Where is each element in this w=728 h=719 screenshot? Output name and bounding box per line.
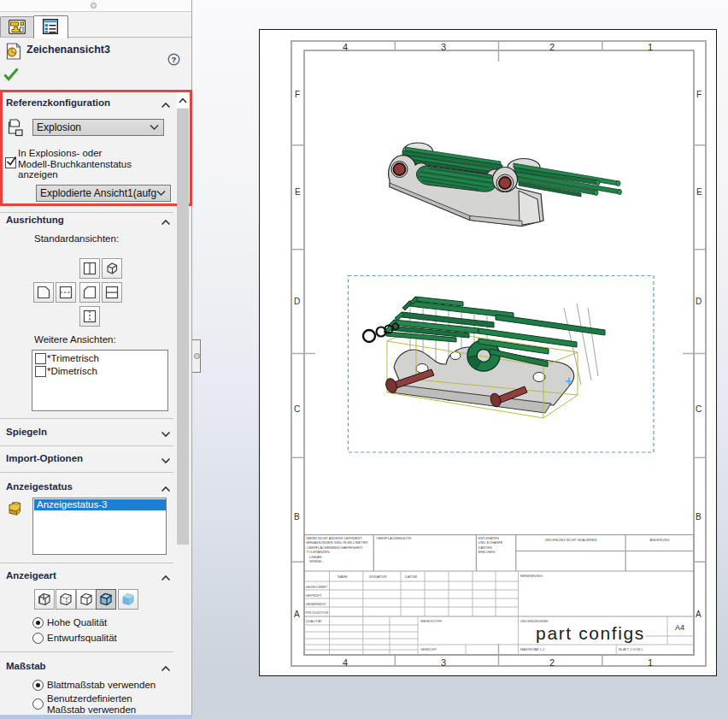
svg-text:LINEAR:: LINEAR: — [309, 555, 323, 559]
svg-text:A: A — [696, 610, 702, 619]
svg-text:A4: A4 — [675, 623, 684, 632]
svg-text:?: ? — [172, 55, 177, 64]
svg-text:C: C — [294, 404, 300, 414]
svg-text:B: B — [294, 512, 300, 522]
svg-text:A: A — [294, 610, 300, 619]
svg-text:WENN NICHT ANDERS DEFINIERT:: WENN NICHT ANDERS DEFINIERT: — [307, 536, 363, 540]
svg-text:D: D — [294, 297, 300, 306]
svg-text:3: 3 — [441, 42, 446, 52]
svg-text:DATUM: DATUM — [405, 575, 417, 579]
svg-text:1: 1 — [648, 657, 653, 668]
svg-text:BENENNUNG:: BENENNUNG: — [520, 574, 543, 578]
svg-text:TOLERANZEN:: TOLERANZEN: — [307, 550, 331, 554]
svg-text:E: E — [696, 187, 702, 197]
svg-text:GEWICHT:: GEWICHT: — [420, 647, 437, 651]
svg-text:QUALITÄT: QUALITÄT — [306, 619, 323, 623]
svg-text:NAME: NAME — [338, 575, 348, 579]
svg-text:ZEICHNUNG NICHT SKALIEREN: ZEICHNUNG NICHT SKALIEREN — [545, 538, 597, 542]
svg-text:ÄNDERUNG: ÄNDERUNG — [650, 538, 670, 542]
svg-text:UND SCHARFE: UND SCHARFE — [478, 540, 503, 545]
svg-text:BRECHEN: BRECHEN — [478, 550, 496, 554]
svg-text:D: D — [696, 297, 702, 306]
svg-text:WERKSTOFF:: WERKSTOFF: — [420, 619, 443, 623]
svg-text:BLATT 1 VON 1: BLATT 1 VON 1 — [619, 647, 643, 651]
svg-text:F: F — [696, 90, 702, 99]
svg-text:4: 4 — [343, 42, 348, 52]
svg-text:4: 4 — [343, 657, 348, 668]
svg-text:C: C — [696, 404, 702, 414]
svg-text:2: 2 — [549, 657, 555, 668]
svg-text:WINKEL:: WINKEL: — [309, 559, 323, 563]
svg-text:GENEHMIGT: GENEHMIGT — [306, 602, 327, 606]
svg-text:F: F — [295, 90, 300, 99]
svg-text:MASSSTAB 1:2: MASSSTAB 1:2 — [520, 647, 545, 651]
svg-text:GEZEICHNET: GEZEICHNET — [306, 585, 328, 589]
svg-text:B: B — [696, 512, 702, 522]
svg-text:1: 1 — [648, 42, 653, 52]
svg-text:3: 3 — [441, 657, 446, 668]
svg-text:BEMASSUNGEN SIND IN MILLIMETER: BEMASSUNGEN SIND IN MILLIMETER — [307, 540, 368, 545]
svg-text:KANTEN: KANTEN — [478, 545, 492, 550]
svg-text:OBERFLÄCHENGÜTE:: OBERFLÄCHENGÜTE: — [376, 536, 412, 540]
svg-text:ENTGRATEN: ENTGRATEN — [478, 536, 499, 540]
svg-text:2: 2 — [549, 42, 555, 52]
svg-text:GEPRÜFT: GEPRÜFT — [306, 593, 323, 598]
svg-text:PRODUKTION: PRODUKTION — [306, 610, 329, 615]
svg-text:OBERFLÄCHENBESCHAFFENHEIT:: OBERFLÄCHENBESCHAFFENHEIT: — [307, 545, 364, 550]
svg-text:E: E — [295, 187, 301, 197]
svg-text:SIGNATUR: SIGNATUR — [369, 575, 386, 579]
svg-text:part configs: part configs — [536, 623, 645, 643]
